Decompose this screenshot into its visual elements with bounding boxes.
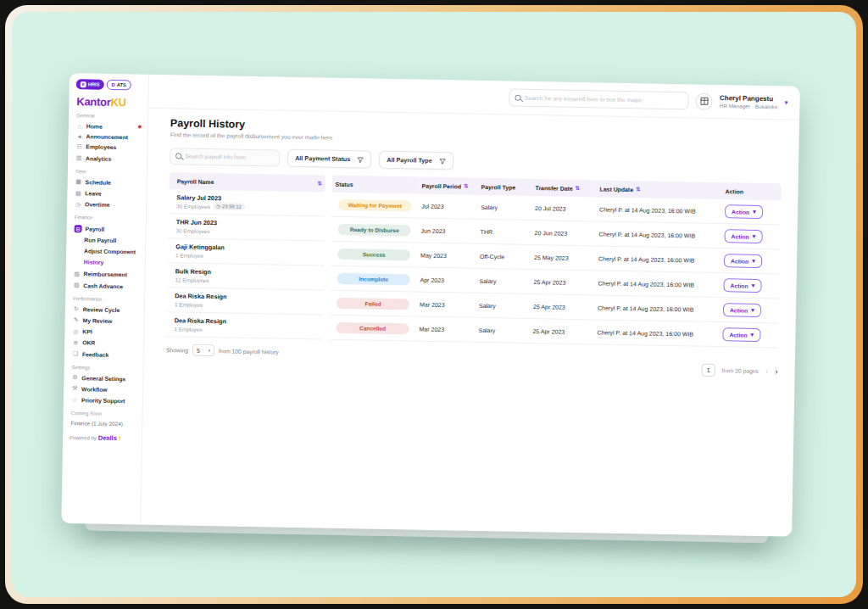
sidebar-item-analytics[interactable]: ▥Analytics (75, 153, 142, 165)
sidebar-item-label: Payroll (86, 226, 105, 232)
sidebar-item-priority-support[interactable]: ☆Priority Support (70, 394, 137, 407)
sort-icon[interactable]: ⇅ (464, 183, 469, 190)
cell-status: Ready to Disburse (331, 217, 418, 243)
value-period: Jun 2023 (421, 227, 474, 234)
sort-icon[interactable]: ⇅ (636, 186, 641, 193)
chevron-down-icon: ▾ (751, 307, 754, 314)
action-button-label: Action (730, 282, 748, 288)
action-button[interactable]: Action▾ (724, 229, 762, 243)
my-review-icon: ✎ (73, 317, 80, 324)
payroll-type-dropdown[interactable]: All Payroll Type (379, 151, 453, 170)
powered-by: Powered by Dealls! (70, 433, 136, 442)
cell-transfer: 25 Apr 2023 (530, 270, 595, 295)
value-update: Cheryl P. at 14 Aug 2023, 16:00 WIB (599, 206, 718, 215)
prev-page-icon[interactable]: ‹ (765, 367, 769, 376)
value-transfer: 25 May 2023 (534, 254, 592, 261)
action-button[interactable]: Action▾ (725, 204, 763, 219)
tab-ats[interactable]: D ATS (107, 80, 132, 91)
cell-status: Success (331, 242, 418, 268)
cell-transfer: 25 Apr 2023 (529, 319, 594, 344)
chevron-down-icon: ▾ (751, 332, 754, 338)
payroll-search-input[interactable] (185, 154, 274, 161)
home-icon: ⌂ (76, 123, 83, 129)
cell-transfer: 20 Jul 2023 (531, 196, 597, 221)
employee-count: 1 Employee (175, 301, 203, 308)
action-button[interactable]: Action▾ (724, 254, 762, 268)
global-search[interactable] (509, 89, 689, 110)
cash-advance-icon: ▨ (73, 282, 80, 288)
column-header-status: Status (331, 176, 418, 194)
showing-control: Showing 5 ▾ from 100 payroll history (166, 344, 279, 357)
cell-payroll-name: THR Jun 202330 Employees (168, 214, 325, 241)
coming-soon-title: Coming Soon (71, 411, 137, 416)
chevron-down-icon: ▾ (752, 282, 755, 289)
payroll-search[interactable] (170, 148, 280, 166)
sidebar-section-title-settings: Settings (72, 365, 138, 371)
employees-icon: ☷ (75, 143, 82, 150)
next-page-icon[interactable]: › (775, 367, 778, 376)
priority-support-icon: ☆ (71, 397, 78, 404)
cell-type: THR (476, 220, 531, 245)
search-icon (175, 153, 181, 159)
dealls-mini-logo-icon: D (112, 82, 115, 87)
status-badge: Incomplete (337, 272, 410, 285)
action-button[interactable]: Action▾ (722, 327, 760, 342)
global-search-input[interactable] (525, 95, 683, 103)
current-page-box[interactable]: 1 (701, 364, 715, 377)
value-transfer: 25 Apr 2023 (533, 304, 591, 310)
kantorku-logo: KantorKU (76, 95, 142, 109)
payroll-subtext: 12 Employees (175, 277, 320, 285)
clock-icon: ◷ (216, 204, 220, 209)
sidebar-item-label: Leave (85, 190, 101, 196)
tab-hris[interactable]: K HRIS (76, 79, 104, 90)
sort-icon[interactable]: ⇅ (576, 185, 581, 192)
column-header-label: Transfer Date (536, 185, 573, 192)
employee-count: 12 Employees (175, 277, 209, 283)
user-menu[interactable]: Cheryl Pangestu HR Manager · Bukatoko ▾ (720, 94, 788, 109)
sort-icon[interactable]: ⇅ (317, 180, 322, 187)
filter-icon (357, 156, 364, 163)
countdown-timer: ◷23:59:12 (213, 203, 245, 210)
cell-type: Salary (477, 195, 532, 221)
sidebar-section-title-time: Time (75, 169, 142, 175)
action-button[interactable]: Action▾ (723, 278, 761, 293)
sidebar-item-label: My Review (83, 317, 113, 324)
value-period: May 2023 (420, 252, 473, 259)
okr-icon: ⊚ (72, 339, 79, 346)
value-update: Cheryl P. at 14 Aug 2023, 16:00 WIB (598, 280, 717, 288)
value-update: Cheryl P. at 14 Aug 2023, 16:00 WIB (598, 304, 716, 313)
sidebar-item-label: OKR (82, 340, 95, 346)
search-icon (515, 95, 521, 101)
sidebar-item-cash-advance[interactable]: ▨Cash Advance (72, 280, 139, 293)
sidebar-item-label: Reimbursement (84, 271, 127, 278)
action-button-label: Action (729, 332, 747, 338)
chevron-down-icon: ▾ (784, 98, 787, 106)
sidebar-item-payroll[interactable]: ⊟Payroll (74, 222, 141, 236)
column-header-payroll-period: Payroll Period⇅ (418, 177, 477, 195)
content: Payroll History Find the record of the p… (141, 109, 799, 537)
sidebar-item-label: Announcement (86, 133, 129, 140)
cell-action: Action▾ (720, 273, 780, 299)
sidebar-item-overtime[interactable]: ◷Overtime (74, 198, 141, 211)
column-header-payroll-type: Payroll Type (477, 178, 531, 196)
sidebar-item-label: Priority Support (81, 397, 125, 404)
cell-payroll-name: Gaji Ketinggalan1 Employee (168, 238, 325, 265)
timer-value: 23:59:12 (222, 204, 242, 210)
action-button-label: Action (730, 307, 748, 313)
schedule-icon: ▦ (75, 178, 82, 185)
sidebar-item-feedback[interactable]: ❏Feedback (71, 349, 138, 361)
value-period: Mar 2023 (420, 301, 472, 308)
user-name: Cheryl Pangestu (720, 94, 778, 103)
gift-button[interactable] (696, 92, 713, 109)
cell-period: Jun 2023 (417, 219, 477, 244)
page-size-select[interactable]: 5 ▾ (192, 344, 214, 356)
table-footer: Showing 5 ▾ from 100 payroll history 1 f… (166, 344, 778, 377)
value-type: Salary (480, 277, 527, 284)
cell-transfer: 25 May 2023 (531, 245, 596, 271)
payroll-subtext: 30 Employees (176, 227, 321, 236)
value-transfer: 20 Jun 2023 (535, 230, 593, 237)
action-button[interactable]: Action▾ (723, 303, 761, 317)
payment-status-dropdown[interactable]: All Payment Status (287, 149, 371, 169)
cell-transfer: 20 Jun 2023 (531, 221, 596, 246)
cell-payroll-name: Salary Jul 202330 Employees◷23:59:12 (169, 189, 326, 216)
